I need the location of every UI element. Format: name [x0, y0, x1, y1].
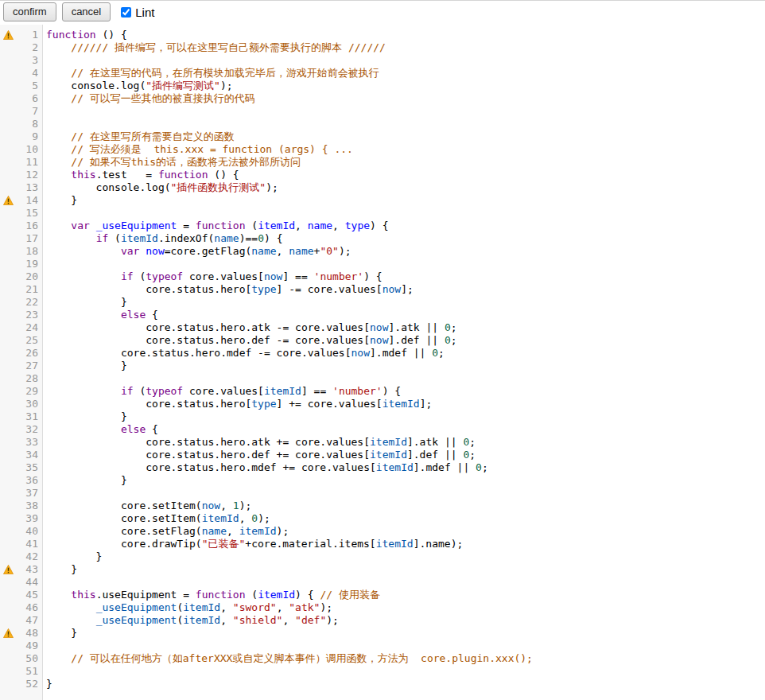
line-number: 36: [15, 474, 43, 487]
gutter-cell: 50: [0, 652, 43, 665]
line-number: 42: [15, 550, 43, 563]
code-line[interactable]: if (itemId.indexOf(name)==0) {: [43, 232, 282, 245]
line-number: 12: [15, 169, 43, 181]
line-number: 30: [15, 398, 43, 410]
code-line[interactable]: core.setFlag(name, itemId);: [43, 525, 289, 538]
code-line[interactable]: // 在这里写的代码，在所有模块加载完毕后，游戏开始前会被执行: [43, 67, 379, 80]
code-line[interactable]: [43, 665, 46, 678]
line-number: 19: [15, 258, 43, 270]
line-number: 44: [15, 576, 43, 589]
warning-triangle-icon[interactable]: [0, 565, 15, 574]
gutter-cell: 2: [0, 41, 43, 54]
code-line[interactable]: }: [43, 563, 77, 576]
code-line-row: 43 }: [0, 563, 765, 576]
code-line[interactable]: var _useEquipment = function (itemId, na…: [43, 220, 389, 232]
gutter-cell: 17: [0, 232, 43, 245]
lint-checkbox[interactable]: [121, 7, 131, 18]
line-number: 3: [15, 54, 43, 67]
code-line[interactable]: [43, 372, 46, 385]
code-line[interactable]: }: [43, 410, 127, 423]
code-line[interactable]: // 可以在任何地方（如afterXXX或自定义脚本事件）调用函数，方法为 co…: [43, 652, 533, 665]
code-line[interactable]: }: [43, 360, 127, 372]
line-number: 46: [15, 601, 43, 614]
gutter-cell: 41: [0, 538, 43, 550]
code-line[interactable]: [43, 118, 46, 130]
code-line[interactable]: function () {: [43, 29, 127, 41]
code-line[interactable]: }: [43, 627, 77, 640]
code-line-row: 4 // 在这里写的代码，在所有模块加载完毕后，游戏开始前会被执行: [0, 67, 765, 80]
code-line[interactable]: else {: [43, 309, 158, 321]
code-line[interactable]: console.log("插件编写测试");: [43, 80, 233, 92]
code-line-row: 18 var now=core.getFlag(name, name+"0");: [0, 245, 765, 258]
warning-triangle-icon[interactable]: [0, 196, 15, 205]
code-line[interactable]: core.status.hero.mdef += core.values[ite…: [43, 461, 488, 474]
code-line-row: 24 core.status.hero.atk -= core.values[n…: [0, 321, 765, 334]
code-line[interactable]: [43, 207, 46, 220]
code-line[interactable]: [43, 576, 46, 589]
code-line[interactable]: console.log("插件函数执行测试");: [43, 181, 278, 194]
gutter-cell: 27: [0, 360, 43, 372]
line-number: 48: [15, 627, 43, 640]
gutter-cell: 44: [0, 576, 43, 589]
gutter-cell: 40: [0, 525, 43, 538]
code-line[interactable]: core.status.hero[type] -= core.values[no…: [43, 283, 414, 296]
code-line[interactable]: [43, 258, 46, 270]
line-number: 40: [15, 525, 43, 538]
gutter-cell: 34: [0, 449, 43, 461]
code-line[interactable]: [43, 640, 46, 652]
code-line[interactable]: }: [43, 678, 52, 690]
code-line[interactable]: core.setItem(itemId, 0);: [43, 512, 270, 525]
gutter-cell: 7: [0, 105, 43, 118]
code-line[interactable]: else {: [43, 423, 158, 436]
code-line[interactable]: // 可以写一些其他的被直接执行的代码: [43, 92, 255, 105]
code-line[interactable]: _useEquipment(itemId, "shield", "def");: [43, 614, 339, 627]
code-line[interactable]: core.status.hero.mdef -= core.values[now…: [43, 347, 445, 360]
code-line[interactable]: core.status.hero.def -= core.values[now]…: [43, 334, 457, 347]
code-line[interactable]: core.status.hero[type] += core.values[it…: [43, 398, 432, 410]
line-number: 5: [15, 80, 43, 92]
gutter-cell: 22: [0, 296, 43, 309]
code-line[interactable]: [43, 487, 46, 500]
code-line[interactable]: }: [43, 296, 127, 309]
code-line-row: 21 core.status.hero[type] -= core.values…: [0, 283, 765, 296]
code-line[interactable]: this.useEquipment = function (itemId) { …: [43, 589, 380, 601]
code-line-row: 26 core.status.hero.mdef -= core.values[…: [0, 347, 765, 360]
code-line-row: 16 var _useEquipment = function (itemId,…: [0, 220, 765, 232]
code-line[interactable]: }: [43, 194, 77, 207]
code-line[interactable]: this.test = function () {: [43, 169, 239, 181]
code-line[interactable]: core.status.hero.atk += core.values[item…: [43, 436, 476, 449]
code-line[interactable]: core.status.hero.atk -= core.values[now]…: [43, 321, 457, 334]
code-line[interactable]: }: [43, 474, 127, 487]
code-line[interactable]: core.setItem(now, 1);: [43, 500, 251, 512]
code-line[interactable]: ////// 插件编写，可以在这里写自己额外需要执行的脚本 //////: [43, 41, 386, 54]
code-line[interactable]: [43, 105, 46, 118]
code-line-row: 36 }: [0, 474, 765, 487]
code-line-row: 46 _useEquipment(itemId, "sword", "atk")…: [0, 601, 765, 614]
code-line[interactable]: [43, 54, 46, 67]
line-number: 38: [15, 500, 43, 512]
code-line[interactable]: if (typeof core.values[now] == 'number')…: [43, 270, 382, 283]
gutter-cell: 10: [0, 143, 43, 156]
line-number: 37: [15, 487, 43, 500]
code-line-row: 44: [0, 576, 765, 589]
code-line[interactable]: // 如果不写this的话，函数将无法被外部所访问: [43, 156, 301, 169]
code-line[interactable]: _useEquipment(itemId, "sword", "atk");: [43, 601, 332, 614]
confirm-button[interactable]: confirm: [3, 2, 56, 21]
code-line-row: 1function () {: [0, 29, 765, 41]
code-editor[interactable]: 1function () {2 ////// 插件编写，可以在这里写自己额外需要…: [0, 25, 765, 700]
code-line-row: 37: [0, 487, 765, 500]
code-line[interactable]: core.drawTip("已装备"+core.material.items[i…: [43, 538, 463, 550]
code-line[interactable]: core.status.hero.def += core.values[item…: [43, 449, 476, 461]
code-line[interactable]: var now=core.getFlag(name, name+"0");: [43, 245, 351, 258]
gutter-cell: 12: [0, 169, 43, 181]
code-line-row: 40 core.setFlag(name, itemId);: [0, 525, 765, 538]
line-number: 35: [15, 461, 43, 474]
code-line[interactable]: if (typeof core.values[itemId] == 'numbe…: [43, 385, 401, 398]
code-line[interactable]: }: [43, 550, 102, 563]
editor-lines: 1function () {2 ////// 插件编写，可以在这里写自己额外需要…: [0, 25, 765, 690]
code-line[interactable]: // 在这里写所有需要自定义的函数: [43, 130, 235, 143]
warning-triangle-icon[interactable]: [0, 30, 15, 40]
cancel-button[interactable]: cancel: [62, 2, 111, 21]
code-line[interactable]: // 写法必须是 this.xxx = function (args) { ..…: [43, 143, 353, 156]
warning-triangle-icon[interactable]: [0, 628, 15, 638]
